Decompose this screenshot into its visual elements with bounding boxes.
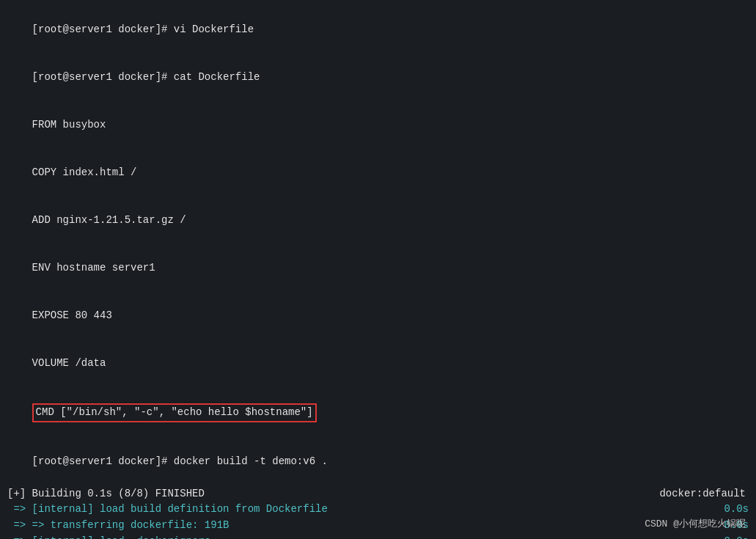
watermark: CSDN @小何想吃火锅呢 [645,517,746,532]
line-cat-dockerfile: [root@server1 docker]# cat Dockerfile [7,54,749,101]
line-expose: EXPOSE 80 443 [7,292,749,340]
line-env: ENV hostname server1 [7,244,749,292]
line-build-header: [+] Building 0.1s (8/8) FINISHED docker:… [7,486,749,502]
prompt-2: [root@server1 docker]# cat Dockerfile [32,71,260,83]
build-step-1: => [internal] load build definition from… [7,502,749,518]
build-step-3: => [internal] load .dockerignore 0.0s [7,534,749,539]
build-step-2: => => transferring dockerfile: 191B 0.0s [7,518,749,534]
cmd-border-highlight: CMD ["/bin/sh", "-c", "echo hello $hostn… [32,403,317,422]
line-add: ADD nginx-1.21.5.tar.gz / [7,197,749,244]
line-from: FROM busybox [7,101,749,149]
line-copy: COPY index.html / [7,149,749,197]
line-vi-dockerfile: [root@server1 docker]# vi Dockerfile [7,6,749,54]
prompt-1: [root@server1 docker]# vi Dockerfile [32,23,254,35]
line-docker-build: [root@server1 docker]# docker build -t d… [7,439,749,486]
terminal: [root@server1 docker]# vi Dockerfile [ro… [0,0,756,539]
line-volume: VOLUME /data [7,340,749,387]
line-cmd-highlighted: CMD ["/bin/sh", "-c", "echo hello $hostn… [7,388,749,439]
